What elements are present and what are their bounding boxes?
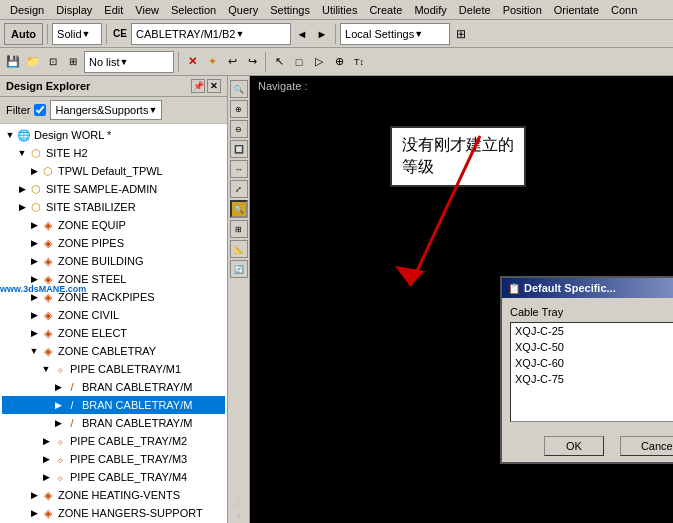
- expand-icon[interactable]: ▶: [52, 400, 64, 410]
- tool5[interactable]: ↔: [230, 160, 248, 178]
- auto-button[interactable]: Auto: [4, 23, 43, 45]
- ok-button[interactable]: OK: [544, 436, 604, 456]
- circle-icon[interactable]: ⊕: [330, 53, 348, 71]
- tree-item[interactable]: ▶ ◈ ZONE HEATING-VENTS: [2, 486, 225, 504]
- menu-utilities[interactable]: Utilities: [316, 3, 363, 17]
- cursor-icon[interactable]: ↖: [270, 53, 288, 71]
- tree-item[interactable]: ▼ ⬦ PIPE CABLETRAY/M1: [2, 360, 225, 378]
- tree-item[interactable]: ▶ ⬦ PIPE CABLE_TRAY/M3: [2, 450, 225, 468]
- menu-edit[interactable]: Edit: [98, 3, 129, 17]
- tree-item[interactable]: ▶ / BRAN CABLETRAY/M: [2, 414, 225, 432]
- tree-item[interactable]: ▶ ⬡ SITE SAMPLE-ADMIN: [2, 180, 225, 198]
- text-icon[interactable]: T↕: [350, 53, 368, 71]
- menu-create[interactable]: Create: [363, 3, 408, 17]
- tool2[interactable]: ⊕: [230, 100, 248, 118]
- tree-item[interactable]: ▶ ◈ ZONE EQUIP: [2, 216, 225, 234]
- expand-icon[interactable]: ▶: [52, 418, 64, 428]
- tree-item[interactable]: ▶ ⬦ PIPE CABLE_TRAY/M4: [2, 468, 225, 486]
- expand-icon[interactable]: ▶: [28, 274, 40, 284]
- expand-icon[interactable]: ▶: [16, 184, 28, 194]
- tree-item[interactable]: ▶ ◈ ZONE BUILDING: [2, 252, 225, 270]
- menu-conn[interactable]: Conn: [605, 3, 643, 17]
- menu-selection[interactable]: Selection: [165, 3, 222, 17]
- tree-item[interactable]: ▶ / BRAN CABLETRAY/M: [2, 378, 225, 396]
- t2-icon[interactable]: ⊞: [64, 53, 82, 71]
- expand-icon[interactable]: ▼: [4, 130, 16, 140]
- expand-icon[interactable]: ▶: [28, 508, 40, 518]
- tool9[interactable]: 📐: [230, 240, 248, 258]
- tool8[interactable]: ⊞: [230, 220, 248, 238]
- tree-item[interactable]: ▶ ⬡ TPWL Default_TPWL: [2, 162, 225, 180]
- expand-icon[interactable]: ▼: [40, 364, 52, 374]
- expand-icon[interactable]: ▼: [16, 148, 28, 158]
- filter-checkbox[interactable]: [34, 104, 46, 116]
- dialog-list-item[interactable]: XQJ-C-75: [511, 371, 673, 387]
- play-icon[interactable]: ▷: [310, 53, 328, 71]
- menu-view[interactable]: View: [129, 3, 165, 17]
- tree-item[interactable]: ▼ ◈ ZONE CABLETRAY: [2, 342, 225, 360]
- tree-item[interactable]: ▶ ◈ ZONE STEEL: [2, 270, 225, 288]
- dialog-list[interactable]: XQJ-C-25 XQJ-C-50 XQJ-C-60 XQJ-C-75: [510, 322, 673, 422]
- menu-modify[interactable]: Modify: [408, 3, 452, 17]
- expand-icon[interactable]: ▶: [16, 202, 28, 212]
- dialog-list-item[interactable]: XQJ-C-60: [511, 355, 673, 371]
- expand-icon[interactable]: ▼: [28, 346, 40, 356]
- tree-item[interactable]: ▶ ◈ ZONE PIPES: [2, 234, 225, 252]
- nolist-dropdown[interactable]: No list ▼: [84, 51, 174, 73]
- menu-orientate[interactable]: Orientate: [548, 3, 605, 17]
- grid-icon[interactable]: ⊞: [452, 25, 470, 43]
- local-settings-dropdown[interactable]: Local Settings ▼: [340, 23, 450, 45]
- tree-item[interactable]: ▶ ◈ ZONE CIVIL: [2, 306, 225, 324]
- tool6[interactable]: ⤢: [230, 180, 248, 198]
- tool10[interactable]: 🔄: [230, 260, 248, 278]
- menu-display[interactable]: Display: [50, 3, 98, 17]
- expand-icon[interactable]: ▶: [28, 310, 40, 320]
- redo-icon[interactable]: ↪: [243, 53, 261, 71]
- rect-icon[interactable]: □: [290, 53, 308, 71]
- menu-settings[interactable]: Settings: [264, 3, 316, 17]
- cancel-button[interactable]: Cancel: [620, 436, 673, 456]
- expand-icon[interactable]: ▶: [28, 256, 40, 266]
- expand-icon[interactable]: ▶: [28, 166, 40, 176]
- menu-delete[interactable]: Delete: [453, 3, 497, 17]
- tool7[interactable]: 🔍: [230, 200, 248, 218]
- arrow-right-icon[interactable]: ►: [313, 25, 331, 43]
- tree-item[interactable]: ▶ ◈ ZONE ELECT: [2, 324, 225, 342]
- expand-icon[interactable]: ▶: [28, 220, 40, 230]
- tool1[interactable]: 🔍: [230, 80, 248, 98]
- tree-item[interactable]: ▼ 🌐 Design WORL *: [2, 126, 225, 144]
- expand-icon[interactable]: ▶: [28, 328, 40, 338]
- expand-icon[interactable]: ▶: [40, 454, 52, 464]
- menu-position[interactable]: Position: [497, 3, 548, 17]
- solid-dropdown[interactable]: Solid ▼: [52, 23, 102, 45]
- save-icon[interactable]: 💾: [4, 53, 22, 71]
- tree-item[interactable]: ▶ ◈ ZONE HANGERS-SUPPORT: [2, 504, 225, 522]
- t1-icon[interactable]: ⊡: [44, 53, 62, 71]
- menu-query[interactable]: Query: [222, 3, 264, 17]
- undo-icon[interactable]: ↩: [223, 53, 241, 71]
- arrow-left-icon[interactable]: ◄: [293, 25, 311, 43]
- filter-dropdown[interactable]: Hangers&Supports ▼: [50, 100, 162, 120]
- expand-icon[interactable]: ▶: [28, 490, 40, 500]
- tree-item-selected[interactable]: ▶ / BRAN CABLETRAY/M: [2, 396, 225, 414]
- expand-icon[interactable]: ▶: [28, 238, 40, 248]
- close-sidebar-button[interactable]: ✕: [207, 79, 221, 93]
- cabletray-dropdown[interactable]: CABLETRAY/M1/B2 ▼: [131, 23, 291, 45]
- dialog-list-item[interactable]: XQJ-C-50: [511, 339, 673, 355]
- pin-button[interactable]: 📌: [191, 79, 205, 93]
- tree-item[interactable]: ▶ ◈ ZONE RACKPIPES: [2, 288, 225, 306]
- tree-area[interactable]: www.3dsMANE.com ▼ 🌐 Design WORL * ▼ ⬡ SI…: [0, 124, 227, 523]
- dialog-list-item[interactable]: XQJ-C-25: [511, 323, 673, 339]
- star-icon[interactable]: ✦: [203, 53, 221, 71]
- cancel-icon[interactable]: ✕: [183, 53, 201, 71]
- menu-design[interactable]: Design: [4, 3, 50, 17]
- tool4[interactable]: 🔲: [230, 140, 248, 158]
- expand-icon[interactable]: ▶: [52, 382, 64, 392]
- open-icon[interactable]: 📁: [24, 53, 42, 71]
- tree-item[interactable]: ▶ ⬡ SITE STABILIZER: [2, 198, 225, 216]
- expand-icon[interactable]: ▶: [40, 472, 52, 482]
- tool3[interactable]: ⊖: [230, 120, 248, 138]
- tree-item[interactable]: ▼ ⬡ SITE H2: [2, 144, 225, 162]
- expand-icon[interactable]: ▶: [40, 436, 52, 446]
- expand-icon[interactable]: ▶: [28, 292, 40, 302]
